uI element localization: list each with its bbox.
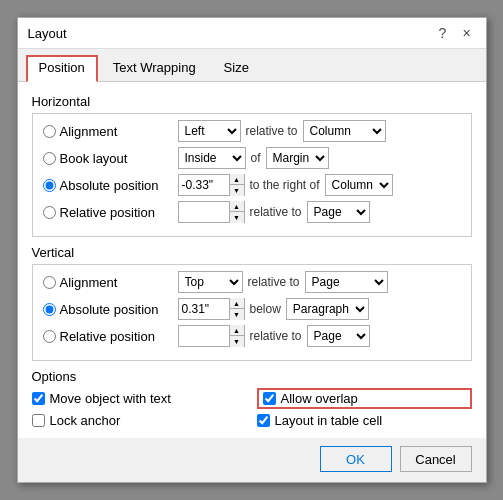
move-object-checkbox[interactable]: [32, 392, 45, 405]
allow-overlap-wrap: Allow overlap: [257, 388, 472, 409]
h-relative-radio-label[interactable]: Relative position: [43, 205, 178, 220]
h-relative-relative-select[interactable]: PageMargin: [307, 201, 370, 223]
v-relative-spinner-btns: ▲ ▼: [229, 325, 244, 347]
h-alignment-relative-select[interactable]: ColumnMarginPageParagraph: [303, 120, 386, 142]
v-absolute-value[interactable]: [179, 299, 229, 319]
v-relative-row: Relative position ▲ ▼ relative to PageMa…: [43, 325, 461, 347]
v-relative-spinner: ▲ ▼: [178, 325, 245, 347]
h-relative-relative-text: relative to: [250, 205, 302, 219]
h-relative-spin-up[interactable]: ▲: [230, 201, 244, 212]
title-bar-buttons: ? ×: [434, 24, 476, 42]
close-button[interactable]: ×: [458, 24, 476, 42]
h-book-select-wrap: InsideOutside: [178, 147, 246, 169]
h-absolute-radio[interactable]: [43, 179, 56, 192]
v-absolute-spin-down[interactable]: ▼: [230, 309, 244, 320]
v-relative-spin-down[interactable]: ▼: [230, 336, 244, 347]
h-relative-spinner-btns: ▲ ▼: [229, 201, 244, 223]
h-relative-spinner: ▲ ▼: [178, 201, 245, 223]
v-absolute-spinner-btns: ▲ ▼: [229, 298, 244, 320]
tab-position[interactable]: Position: [26, 55, 98, 82]
h-absolute-spinner: ▲ ▼: [178, 174, 245, 196]
lock-anchor-label[interactable]: Lock anchor: [32, 413, 247, 428]
move-object-label[interactable]: Move object with text: [32, 388, 247, 409]
h-book-radio[interactable]: [43, 152, 56, 165]
h-book-relative-select[interactable]: MarginPage: [266, 147, 329, 169]
vertical-section: Alignment TopCenterBottom relative to Pa…: [32, 264, 472, 361]
v-absolute-row: Absolute position ▲ ▼ below ParagraphPag…: [43, 298, 461, 320]
tab-size[interactable]: Size: [211, 55, 262, 81]
h-absolute-radio-label[interactable]: Absolute position: [43, 178, 178, 193]
h-relative-spin-down[interactable]: ▼: [230, 212, 244, 223]
h-book-relative-text: of: [251, 151, 261, 165]
v-relative-value[interactable]: [179, 326, 229, 346]
options-grid: Move object with text Allow overlap Lock…: [32, 388, 472, 428]
h-absolute-spin-up[interactable]: ▲: [230, 174, 244, 185]
tab-bar: Position Text Wrapping Size: [18, 49, 486, 82]
h-absolute-relative-select[interactable]: ColumnMarginPage: [325, 174, 393, 196]
allow-overlap-label[interactable]: Allow overlap: [263, 391, 358, 406]
h-alignment-radio[interactable]: [43, 125, 56, 138]
h-absolute-value[interactable]: [179, 175, 229, 195]
v-alignment-radio[interactable]: [43, 276, 56, 289]
h-absolute-row: Absolute position ▲ ▼ to the right of Co…: [43, 174, 461, 196]
v-alignment-relative-text: relative to: [248, 275, 300, 289]
h-alignment-select-wrap: LeftCenterRight: [178, 120, 241, 142]
v-relative-radio-label[interactable]: Relative position: [43, 329, 178, 344]
v-relative-spin-up[interactable]: ▲: [230, 325, 244, 336]
layout-in-table-checkbox[interactable]: [257, 414, 270, 427]
h-book-select[interactable]: InsideOutside: [178, 147, 246, 169]
layout-dialog: Layout ? × Position Text Wrapping Size H…: [17, 17, 487, 483]
h-alignment-row: Alignment LeftCenterRight relative to Co…: [43, 120, 461, 142]
v-alignment-relative-select[interactable]: PageMarginParagraphLine: [305, 271, 388, 293]
v-relative-radio[interactable]: [43, 330, 56, 343]
h-absolute-relative-text: to the right of: [250, 178, 320, 192]
horizontal-section-title: Horizontal: [32, 94, 472, 109]
options-section-title: Options: [32, 369, 472, 384]
ok-button[interactable]: OK: [320, 446, 392, 472]
v-absolute-radio-label[interactable]: Absolute position: [43, 302, 178, 317]
dialog-footer: OK Cancel: [18, 438, 486, 482]
cancel-button[interactable]: Cancel: [400, 446, 472, 472]
v-alignment-radio-label[interactable]: Alignment: [43, 275, 178, 290]
h-relative-row: Relative position ▲ ▼ relative to PageMa…: [43, 201, 461, 223]
dialog-title: Layout: [28, 26, 67, 41]
tab-text-wrapping[interactable]: Text Wrapping: [100, 55, 209, 81]
v-absolute-spin-up[interactable]: ▲: [230, 298, 244, 309]
h-book-row: Book layout InsideOutside of MarginPage: [43, 147, 461, 169]
h-relative-value[interactable]: [179, 202, 229, 222]
lock-anchor-checkbox[interactable]: [32, 414, 45, 427]
horizontal-section: Alignment LeftCenterRight relative to Co…: [32, 113, 472, 237]
dialog-content: Horizontal Alignment LeftCenterRight rel…: [18, 82, 486, 438]
vertical-section-title: Vertical: [32, 245, 472, 260]
h-relative-radio[interactable]: [43, 206, 56, 219]
v-alignment-select[interactable]: TopCenterBottom: [178, 271, 243, 293]
v-relative-relative-select[interactable]: PageMargin: [307, 325, 370, 347]
v-absolute-spinner: ▲ ▼: [178, 298, 245, 320]
v-relative-relative-text: relative to: [250, 329, 302, 343]
title-bar: Layout ? ×: [18, 18, 486, 49]
layout-in-table-label[interactable]: Layout in table cell: [257, 413, 472, 428]
h-alignment-select[interactable]: LeftCenterRight: [178, 120, 241, 142]
v-absolute-relative-select[interactable]: ParagraphPageMarginLine: [286, 298, 369, 320]
v-alignment-select-wrap: TopCenterBottom: [178, 271, 243, 293]
allow-overlap-checkbox[interactable]: [263, 392, 276, 405]
help-button[interactable]: ?: [434, 24, 452, 42]
options-section: Options Move object with text Allow over…: [32, 369, 472, 428]
v-absolute-relative-text: below: [250, 302, 281, 316]
h-absolute-spin-down[interactable]: ▼: [230, 185, 244, 196]
h-alignment-radio-label[interactable]: Alignment: [43, 124, 178, 139]
v-absolute-radio[interactable]: [43, 303, 56, 316]
h-alignment-relative-text: relative to: [246, 124, 298, 138]
v-alignment-row: Alignment TopCenterBottom relative to Pa…: [43, 271, 461, 293]
h-book-radio-label[interactable]: Book layout: [43, 151, 178, 166]
h-absolute-spinner-btns: ▲ ▼: [229, 174, 244, 196]
